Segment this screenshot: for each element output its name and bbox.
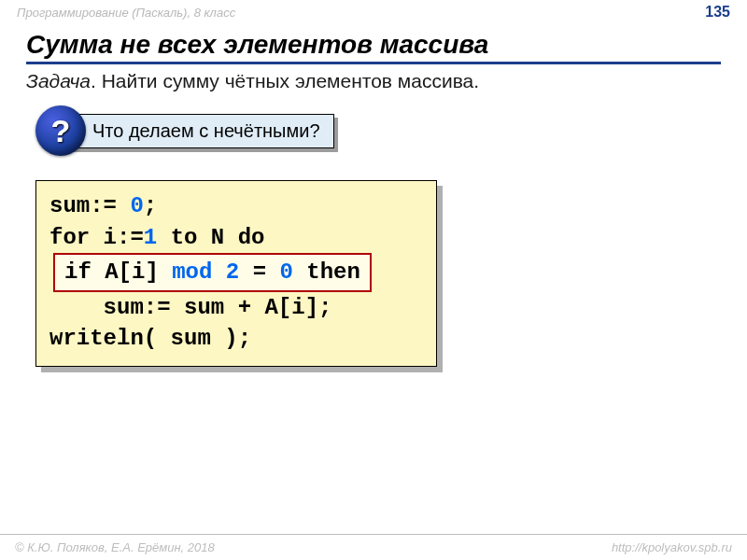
footer-url: http://kpolyakov.spb.ru: [612, 540, 732, 554]
question-text-box: Что делаем с нечётными?: [62, 114, 334, 148]
slide-header: Программирование (Паскаль), 8 класс 135: [0, 0, 747, 24]
code-line-1: sum:= 0;: [49, 193, 157, 218]
code-content: sum:= 0; for i:=1 to N do if A[i] mod 2 …: [35, 180, 437, 367]
task-text: . Найти сумму чётных элементов массива.: [91, 70, 479, 91]
slide-title: Сумма не всех элементов массива: [26, 30, 721, 64]
task-line: Задача. Найти сумму чётных элементов мас…: [26, 70, 721, 92]
code-line-4: sum:= sum + A[i];: [49, 295, 331, 320]
slide-footer: © К.Ю. Поляков, Е.А. Ерёмин, 2018 http:/…: [0, 534, 747, 560]
code-line-2: for i:=1 to N do: [49, 225, 264, 250]
course-label: Программирование (Паскаль), 8 класс: [17, 6, 235, 20]
question-callout: ? Что делаем с нечётными?: [35, 105, 747, 156]
code-line-5: writeln( sum );: [49, 326, 251, 351]
question-badge-icon: ?: [35, 105, 86, 156]
task-label: Задача: [26, 70, 91, 91]
question-mark: ?: [51, 113, 71, 149]
question-text: Что делаем с нечётными?: [62, 114, 334, 148]
code-condition-highlight: if A[i] mod 2 = 0 then: [53, 253, 372, 292]
page-number: 135: [705, 4, 730, 21]
code-block: sum:= 0; for i:=1 to N do if A[i] mod 2 …: [35, 180, 437, 367]
footer-copyright: © К.Ю. Поляков, Е.А. Ерёмин, 2018: [15, 540, 215, 554]
